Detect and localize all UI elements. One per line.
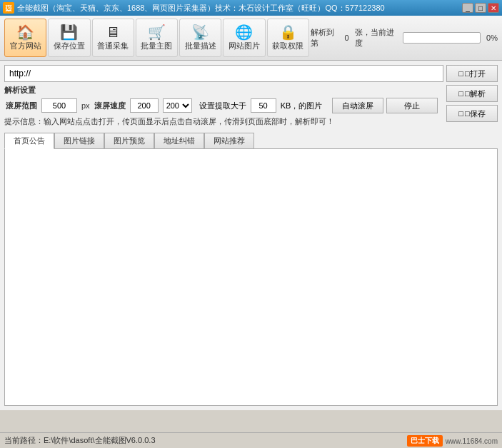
extract-value-input[interactable] bbox=[251, 98, 276, 113]
tab-bar: 首页公告 图片链接 图片预览 地址纠错 网站推荐 bbox=[4, 133, 498, 149]
toolbar-batch-home-btn[interactable]: 🛒 批量主图 bbox=[136, 19, 178, 57]
progress-label: 0% bbox=[486, 34, 498, 42]
tip-text: 提示信息：输入网站点点击打开，传页面显示后点击自动滚屏，传滑到页面底部时，解析即… bbox=[4, 116, 334, 127]
status-count: 0 bbox=[345, 34, 349, 42]
tab-img-links[interactable]: 图片链接 bbox=[54, 133, 104, 148]
globe-icon: 🌐 bbox=[235, 25, 253, 39]
toolbar-website-label: 网站图片 bbox=[229, 41, 260, 51]
toolbar-batch-desc-btn[interactable]: 📡 批量描述 bbox=[179, 19, 221, 57]
scroll-range-label: 滚屏范围 bbox=[6, 101, 37, 111]
settings-row: 滚屏范围 px 滚屏速度 200 100 300 400 500 设置提取大于 bbox=[4, 98, 443, 113]
toolbar-batch-home-label: 批量主图 bbox=[141, 41, 172, 51]
tab-site-recommend[interactable]: 网站推荐 bbox=[204, 133, 254, 148]
status-path-value: E:\软件\dasoft\全能截图V6.0.0.3 bbox=[44, 435, 156, 446]
settings-label: 解析设置 bbox=[4, 85, 443, 96]
save-btn-icon: □ bbox=[458, 109, 463, 118]
window-controls[interactable]: _ □ ✕ bbox=[462, 3, 499, 13]
toolbar-status: 解析到第 0 张，当前进度 0% bbox=[311, 27, 498, 49]
toolbar-get-auth-btn[interactable]: 🔒 获取权限 bbox=[267, 19, 309, 57]
open-icon: □ bbox=[458, 69, 463, 78]
watermark-badge: 巴士下载 bbox=[407, 435, 443, 447]
px-label: px bbox=[81, 101, 90, 110]
save-button[interactable]: □ □保存 bbox=[446, 105, 498, 122]
tab-img-preview[interactable]: 图片预览 bbox=[104, 133, 154, 148]
progress-bar-container bbox=[403, 32, 481, 44]
left-panel: 解析设置 滚屏范围 px 滚屏速度 200 100 300 400 500 bbox=[4, 65, 443, 127]
scroll-speed-input[interactable] bbox=[130, 98, 159, 113]
watermark-area: 巴士下载 www.11684.com bbox=[407, 435, 498, 447]
watermark-url: www.11684.com bbox=[446, 437, 498, 445]
stop-button[interactable]: 停止 bbox=[386, 98, 438, 113]
tab-content bbox=[4, 149, 498, 406]
minimize-button[interactable]: _ bbox=[462, 3, 473, 13]
status-bar: 当前路径： E:\软件\dasoft\全能截图V6.0.0.3 巴士下载 www… bbox=[0, 432, 502, 448]
toolbar-website-img-btn[interactable]: 🌐 网站图片 bbox=[223, 19, 265, 57]
lock-icon: 🔒 bbox=[279, 25, 297, 39]
open-label: □打开 bbox=[465, 68, 486, 79]
tab-notice[interactable]: 首页公告 bbox=[4, 133, 54, 149]
url-input[interactable] bbox=[4, 65, 443, 82]
save-label: □保存 bbox=[465, 108, 486, 119]
tabs-section: 首页公告 图片链接 图片预览 地址纠错 网站推荐 bbox=[4, 130, 498, 406]
maximize-button[interactable]: □ bbox=[475, 3, 486, 13]
parse-button[interactable]: □ □解析 bbox=[446, 85, 498, 102]
app-icon: 🖼 bbox=[3, 2, 14, 14]
tab-addr-fix[interactable]: 地址纠错 bbox=[154, 133, 204, 148]
toolbar-save-pos-btn[interactable]: 💾 保存位置 bbox=[48, 19, 90, 57]
save-icon: 💾 bbox=[60, 25, 78, 39]
extract-label: 设置提取大于 bbox=[199, 101, 246, 111]
close-button[interactable]: ✕ bbox=[488, 3, 499, 13]
title-bar: 🖼 全能截图（淘宝、天猫、京东、1688、网页图片采集器）技术：木石设计工作室（… bbox=[0, 0, 502, 16]
main-content: 解析设置 滚屏范围 px 滚屏速度 200 100 300 400 500 bbox=[0, 61, 502, 410]
status-unit: 张，当前进度 bbox=[355, 27, 398, 49]
status-path-label: 当前路径： bbox=[4, 435, 44, 446]
toolbar-official-label: 官方网站 bbox=[10, 41, 41, 51]
toolbar-general-collect-btn[interactable]: 🖥 普通采集 bbox=[92, 19, 134, 57]
right-panel: □ □打开 □ □解析 □ □保存 bbox=[446, 65, 498, 122]
toolbar-auth-label: 获取权限 bbox=[272, 41, 303, 51]
tip-section: 提示信息：输入网站点点击打开，传页面显示后点击自动滚屏，传滑到页面底部时，解析即… bbox=[4, 116, 443, 127]
toolbar-general-label: 普通采集 bbox=[97, 41, 129, 51]
window-body: 🏠 官方网站 💾 保存位置 🖥 普通采集 🛒 批量主图 📡 批量描述 🌐 网站图… bbox=[0, 16, 502, 448]
scroll-speed-label: 滚屏速度 bbox=[94, 101, 126, 111]
parse-label: □解析 bbox=[465, 88, 486, 99]
toolbar: 🏠 官方网站 💾 保存位置 🖥 普通采集 🛒 批量主图 📡 批量描述 🌐 网站图… bbox=[0, 16, 502, 61]
scroll-range-input[interactable] bbox=[41, 98, 77, 113]
toolbar-save-pos-label: 保存位置 bbox=[54, 41, 85, 51]
home-icon: 🏠 bbox=[16, 25, 34, 39]
url-row bbox=[4, 65, 443, 82]
screen-icon: 🖥 bbox=[106, 25, 120, 39]
parse-icon: □ bbox=[458, 89, 463, 98]
extract-unit: KB，的图片 bbox=[281, 101, 323, 111]
toolbar-official-btn[interactable]: 🏠 官方网站 bbox=[4, 19, 46, 57]
scroll-speed-select[interactable]: 200 100 300 400 500 bbox=[163, 98, 192, 113]
toolbar-batch-desc-label: 批量描述 bbox=[185, 41, 216, 51]
status-label: 解析到第 bbox=[311, 27, 339, 49]
rss-icon: 📡 bbox=[191, 25, 209, 39]
title-bar-left: 🖼 全能截图（淘宝、天猫、京东、1688、网页图片采集器）技术：木石设计工作室（… bbox=[3, 2, 385, 14]
settings-section: 解析设置 滚屏范围 px 滚屏速度 200 100 300 400 500 bbox=[4, 85, 443, 113]
open-button[interactable]: □ □打开 bbox=[446, 65, 498, 82]
app-title: 全能截图（淘宝、天猫、京东、1688、网页图片采集器）技术：木石设计工作室（旺旺… bbox=[17, 3, 385, 14]
cart-icon: 🛒 bbox=[148, 25, 166, 39]
auto-scroll-button[interactable]: 自动滚屏 bbox=[332, 98, 383, 113]
